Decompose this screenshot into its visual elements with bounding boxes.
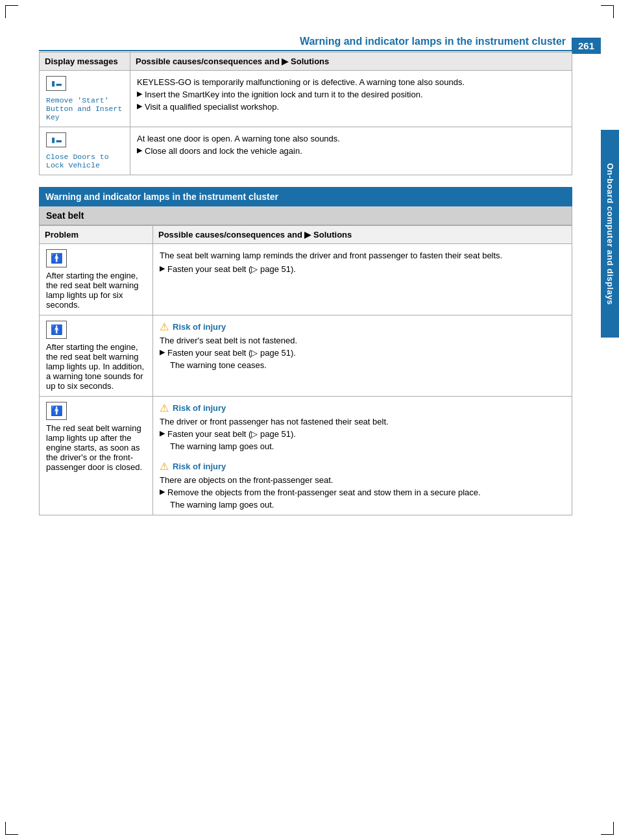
- display-col1-header: Display messages: [40, 53, 130, 71]
- risk-of-injury-label-3b: Risk of injury: [173, 462, 226, 471]
- seatbelt-row-2-left: 🚹 After starting the engine, the red sea…: [40, 315, 153, 397]
- seatbelt-row-1-right: The seat belt warning lamp reminds the d…: [153, 244, 572, 315]
- corner-mark-br: [601, 822, 614, 835]
- warning-triangle-icon-3a: ⚠: [160, 402, 169, 414]
- display-row-2-label: Close Doors toLock Vehicle: [46, 153, 123, 169]
- risk-of-injury-label-3a: Risk of injury: [173, 403, 226, 413]
- display-row-1-line3: ▶ Visit a qualified specialist workshop.: [137, 102, 565, 112]
- page-number: 261: [572, 38, 601, 54]
- corner-mark-bl: [5, 822, 18, 835]
- seatbelt-row-3-left: 🚹 The red seat belt warning lamp lights …: [40, 397, 153, 515]
- page-header-title: Warning and indicator lamps in the instr…: [39, 36, 572, 47]
- warning-triangle-icon-2: ⚠: [160, 321, 169, 333]
- display-row-1-line2: ▶ Insert the SmartKey into the ignition …: [137, 90, 565, 99]
- display-row-2-line2: ▶ Close all doors and lock the vehicle a…: [137, 146, 565, 156]
- sidebar-tab: On-board computer and displays: [601, 130, 619, 338]
- risk-warning-3b: ⚠ Risk of injury: [160, 460, 565, 473]
- seatbelt-table: Problem Possible causes/consequences and…: [39, 225, 572, 515]
- display-row-1: ▮▬ Remove 'Start'Button and InsertKey KE…: [40, 71, 572, 127]
- display-row-1-label: Remove 'Start'Button and InsertKey: [46, 96, 123, 121]
- seatbelt-row-2: 🚹 After starting the engine, the red sea…: [40, 315, 572, 397]
- corner-mark-tr: [601, 5, 614, 18]
- seatbelt-row-1-left: 🚹 After starting the engine, the red sea…: [40, 244, 153, 315]
- risk-of-injury-label-2: Risk of injury: [173, 322, 226, 332]
- display-row-2-icon: ▮▬: [46, 132, 66, 147]
- sidebar-tab-label: On-board computer and displays: [605, 163, 615, 305]
- display-row-1-icon-cell: ▮▬ Remove 'Start'Button and InsertKey: [40, 71, 130, 127]
- seatbelt-icon-2: 🚹: [46, 321, 67, 339]
- display-col2-header: Possible causes/consequences and ▶ Solut…: [130, 53, 572, 71]
- risk-warning-3a: ⚠ Risk of injury: [160, 402, 565, 414]
- seatbelt-row-3-right: ⚠ Risk of injury The driver or front pas…: [153, 397, 572, 515]
- display-messages-table: Display messages Possible causes/consequ…: [39, 52, 572, 175]
- seatbelt-row-1: 🚹 After starting the engine, the red sea…: [40, 244, 572, 315]
- risk-warning-2: ⚠ Risk of injury: [160, 321, 565, 333]
- display-row-1-icon: ▮▬: [46, 76, 66, 91]
- warning-triangle-icon-3b: ⚠: [160, 460, 169, 473]
- seatbelt-row-2-right: ⚠ Risk of injury The driver's seat belt …: [153, 315, 572, 397]
- warning-section-header: Warning and indicator lamps in the instr…: [39, 187, 572, 206]
- display-row-2-content: At least one door is open. A warning ton…: [130, 127, 572, 175]
- display-row-2: ▮▬ Close Doors toLock Vehicle At least o…: [40, 127, 572, 175]
- display-row-2-icon-cell: ▮▬ Close Doors toLock Vehicle: [40, 127, 130, 175]
- seatbelt-icon-1: 🚹: [46, 249, 67, 267]
- display-row-1-content: KEYLESS-GO is temporarily malfunctioning…: [130, 71, 572, 127]
- seatbelt-col1-header: Problem: [40, 226, 153, 244]
- page-header: Warning and indicator lamps in the instr…: [39, 36, 572, 51]
- seatbelt-icon-3: 🚹: [46, 402, 67, 420]
- seatbelt-row-3: 🚹 The red seat belt warning lamp lights …: [40, 397, 572, 515]
- seatbelt-col2-header: Possible causes/consequences and ▶ Solut…: [153, 226, 572, 244]
- corner-mark-tl: [5, 5, 18, 18]
- subsection-header: Seat belt: [39, 206, 572, 225]
- main-content: Display messages Possible causes/consequ…: [39, 52, 572, 821]
